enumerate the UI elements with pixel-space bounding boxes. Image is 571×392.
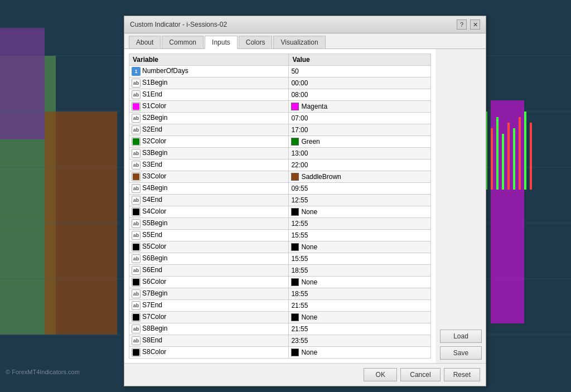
variable-cell: S7Color bbox=[129, 312, 289, 323]
value-cell[interactable]: 08:00 bbox=[289, 89, 431, 101]
table-row[interactable]: abS7End21:55 bbox=[129, 300, 431, 312]
table-row[interactable]: S2ColorGreen bbox=[129, 136, 431, 148]
variable-cell: abS1End bbox=[129, 89, 289, 101]
variable-cell: S3Color bbox=[129, 171, 289, 183]
value-cell[interactable]: None bbox=[289, 206, 431, 218]
dialog-titlebar: Custom Indicator - i-Sessions-02 ? ✕ bbox=[124, 16, 486, 33]
dialog-main: Variable Value 1NumberOfDays50abS1Begin0… bbox=[124, 49, 486, 363]
col-variable-header: Variable bbox=[129, 54, 289, 66]
table-row[interactable]: S8ColorNone bbox=[129, 347, 431, 359]
variable-cell: abS4Begin bbox=[129, 183, 289, 195]
variable-cell: S8Color bbox=[129, 347, 289, 359]
variable-cell: abS6Begin bbox=[129, 253, 289, 265]
svg-rect-20 bbox=[530, 123, 532, 190]
variable-cell: abS4End bbox=[129, 195, 289, 206]
value-cell[interactable]: 17:00 bbox=[289, 124, 431, 136]
variable-cell: 1NumberOfDays bbox=[129, 66, 289, 78]
table-row[interactable]: S3ColorSaddleBrown bbox=[129, 171, 431, 183]
value-cell[interactable]: 12:55 bbox=[289, 218, 431, 230]
table-row[interactable]: abS3End22:00 bbox=[129, 159, 431, 171]
table-row[interactable]: abS2Begin07:00 bbox=[129, 113, 431, 124]
value-cell[interactable]: 09:55 bbox=[289, 183, 431, 195]
value-cell[interactable]: 21:55 bbox=[289, 323, 431, 335]
table-container: Variable Value 1NumberOfDays50abS1Begin0… bbox=[124, 49, 435, 363]
table-row[interactable]: abS5Begin12:55 bbox=[129, 218, 431, 230]
tab-visualization[interactable]: Visualization bbox=[273, 36, 325, 49]
value-cell[interactable]: 21:55 bbox=[289, 300, 431, 312]
table-row[interactable]: S7ColorNone bbox=[129, 312, 431, 323]
value-cell[interactable]: 15:55 bbox=[289, 230, 431, 241]
dialog-footer: OK Cancel Reset bbox=[124, 363, 486, 386]
value-cell[interactable]: 13:00 bbox=[289, 148, 431, 159]
variable-cell: abS8Begin bbox=[129, 323, 289, 335]
variable-cell: abS3Begin bbox=[129, 148, 289, 159]
variable-cell: S4Color bbox=[129, 206, 289, 218]
svg-rect-15 bbox=[502, 134, 504, 190]
table-row[interactable]: 1NumberOfDays50 bbox=[129, 66, 431, 78]
tab-bar: About Common Inputs Colors Visualization bbox=[124, 33, 486, 49]
side-buttons-panel: Load Save bbox=[435, 49, 486, 363]
variable-cell: abS6End bbox=[129, 265, 289, 277]
dialog-title: Custom Indicator - i-Sessions-02 bbox=[130, 21, 227, 28]
svg-rect-19 bbox=[524, 112, 526, 190]
value-cell[interactable]: 00:00 bbox=[289, 78, 431, 89]
footer-buttons: OK Cancel Reset bbox=[364, 368, 480, 381]
value-cell[interactable]: 23:55 bbox=[289, 335, 431, 347]
value-cell[interactable]: 22:00 bbox=[289, 159, 431, 171]
value-cell[interactable]: None bbox=[289, 241, 431, 253]
close-button[interactable]: ✕ bbox=[470, 20, 480, 30]
value-cell[interactable]: 50 bbox=[289, 66, 431, 78]
help-button[interactable]: ? bbox=[457, 20, 467, 30]
variable-cell: S5Color bbox=[129, 241, 289, 253]
table-row[interactable]: abS6End18:55 bbox=[129, 265, 431, 277]
value-cell[interactable]: Green bbox=[289, 136, 431, 148]
table-row[interactable]: abS6Begin15:55 bbox=[129, 253, 431, 265]
variable-cell: abS3End bbox=[129, 159, 289, 171]
value-cell[interactable]: 07:00 bbox=[289, 113, 431, 124]
tab-about[interactable]: About bbox=[129, 36, 161, 49]
variable-cell: abS7Begin bbox=[129, 288, 289, 300]
table-row[interactable]: abS7Begin18:55 bbox=[129, 288, 431, 300]
value-cell[interactable]: 18:55 bbox=[289, 265, 431, 277]
svg-rect-17 bbox=[513, 128, 515, 190]
value-cell[interactable]: 15:55 bbox=[289, 253, 431, 265]
table-row[interactable]: abS3Begin13:00 bbox=[129, 148, 431, 159]
save-button[interactable]: Save bbox=[440, 346, 482, 360]
table-row[interactable]: abS2End17:00 bbox=[129, 124, 431, 136]
table-row[interactable]: S4ColorNone bbox=[129, 206, 431, 218]
variable-cell: abS1Begin bbox=[129, 78, 289, 89]
table-row[interactable]: abS5End15:55 bbox=[129, 230, 431, 241]
load-button[interactable]: Load bbox=[440, 330, 482, 343]
cancel-button[interactable]: Cancel bbox=[400, 368, 440, 381]
variable-cell: abS7End bbox=[129, 300, 289, 312]
svg-rect-3 bbox=[0, 28, 45, 139]
ok-button[interactable]: OK bbox=[364, 368, 397, 381]
tab-colors[interactable]: Colors bbox=[239, 36, 273, 49]
value-cell[interactable]: None bbox=[289, 277, 431, 288]
table-row[interactable]: S5ColorNone bbox=[129, 241, 431, 253]
table-row[interactable]: abS4Begin09:55 bbox=[129, 183, 431, 195]
value-cell[interactable]: 18:55 bbox=[289, 288, 431, 300]
variable-cell: abS5End bbox=[129, 230, 289, 241]
value-cell[interactable]: Magenta bbox=[289, 101, 431, 113]
value-cell[interactable]: SaddleBrown bbox=[289, 171, 431, 183]
reset-button[interactable]: Reset bbox=[444, 368, 480, 381]
table-row[interactable]: S1ColorMagenta bbox=[129, 101, 431, 113]
tab-inputs[interactable]: Inputs bbox=[205, 36, 238, 49]
dialog-controls: ? ✕ bbox=[457, 20, 480, 30]
svg-rect-14 bbox=[496, 117, 499, 190]
value-cell[interactable]: None bbox=[289, 312, 431, 323]
table-row[interactable]: abS8End23:55 bbox=[129, 335, 431, 347]
table-row[interactable]: abS1End08:00 bbox=[129, 89, 431, 101]
tab-common[interactable]: Common bbox=[162, 36, 204, 49]
value-cell[interactable]: 12:55 bbox=[289, 195, 431, 206]
table-row[interactable]: abS4End12:55 bbox=[129, 195, 431, 206]
table-row[interactable]: S6ColorNone bbox=[129, 277, 431, 288]
value-cell[interactable]: None bbox=[289, 347, 431, 359]
variable-cell: S1Color bbox=[129, 101, 289, 113]
table-row[interactable]: abS1Begin00:00 bbox=[129, 78, 431, 89]
svg-rect-16 bbox=[507, 123, 510, 190]
table-row[interactable]: abS8Begin21:55 bbox=[129, 323, 431, 335]
params-table: Variable Value 1NumberOfDays50abS1Begin0… bbox=[129, 54, 431, 359]
variable-cell: abS8End bbox=[129, 335, 289, 347]
